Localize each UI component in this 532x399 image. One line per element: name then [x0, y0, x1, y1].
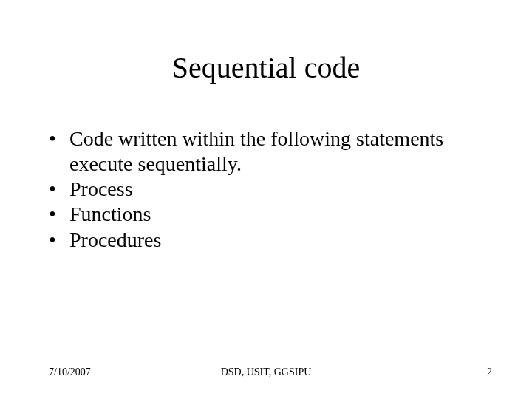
bullet-list: Code written within the following statem…: [49, 126, 488, 253]
slide-body: Code written within the following statem…: [49, 126, 488, 253]
bullet-item: Functions: [49, 202, 488, 227]
bullet-item: Code written within the following statem…: [49, 126, 488, 177]
bullet-item: Process: [49, 177, 488, 202]
bullet-item: Procedures: [49, 228, 488, 253]
footer-page-number: 2: [487, 366, 492, 378]
slide: Sequential code Code written within the …: [0, 0, 532, 399]
footer-center: DSD, USIT, GGSIPU: [0, 366, 532, 378]
slide-title: Sequential code: [0, 0, 532, 85]
